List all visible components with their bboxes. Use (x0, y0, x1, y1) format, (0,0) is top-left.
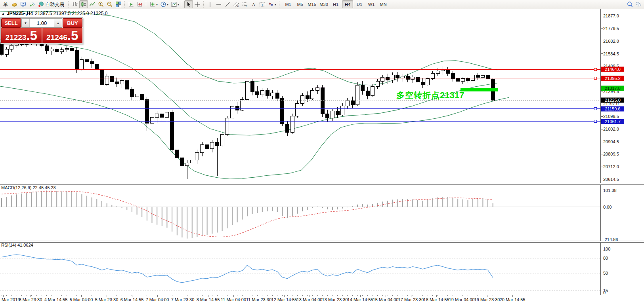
candle (361, 85, 364, 91)
candle (70, 48, 74, 50)
candle (371, 87, 375, 96)
buy-button[interactable]: BUY (63, 18, 82, 28)
periods-button[interactable]: ▾ (159, 0, 170, 8)
sell-button[interactable]: SELL (1, 18, 21, 28)
chat-button[interactable] (634, 0, 643, 8)
volume-up-button[interactable]: ▲ (54, 19, 62, 27)
toolbar-separator (124, 1, 125, 8)
trendline-button[interactable] (223, 0, 232, 8)
timeframe-m1-button[interactable]: M1 (283, 0, 294, 8)
candle (210, 142, 214, 148)
horizontal-level-lines[interactable] (0, 68, 600, 123)
auto-trading-button[interactable]: 自动交易 (36, 0, 67, 8)
annotation-value: 21317 (440, 90, 464, 100)
timeframe-m15-button[interactable]: M15 (306, 0, 317, 8)
candle (65, 48, 69, 49)
search-button[interactable] (625, 0, 634, 8)
buy-price[interactable]: 21246 .5 (42, 28, 83, 43)
candle (216, 142, 219, 146)
zoom-in-button[interactable] (97, 0, 105, 8)
candle (160, 114, 164, 117)
collapse-panel-icon[interactable]: ▲ (2, 12, 5, 15)
crosshair-button[interactable] (193, 0, 202, 8)
timeframe-w1-button[interactable]: W1 (366, 0, 377, 8)
signals-button[interactable] (27, 0, 36, 8)
turning-point-annotation[interactable]: 多空转折点21317 (396, 90, 464, 101)
arrows-button[interactable]: ▾ (267, 0, 277, 8)
candle (286, 124, 289, 132)
vertical-line-icon (207, 1, 213, 8)
candle (476, 75, 480, 78)
candle (120, 81, 124, 84)
equidistant-channel-button[interactable]: E (232, 0, 241, 8)
auto-trading-icon (38, 1, 44, 8)
toolbar-separator (146, 1, 147, 8)
annotation-text: 多空转折点 (396, 91, 440, 100)
text-button[interactable]: A (249, 0, 258, 8)
pane-separator-macd[interactable] (0, 183, 644, 185)
chart-canvas[interactable] (0, 0, 644, 304)
timeframe-h1-button[interactable]: H1 (330, 0, 341, 8)
timeframe-m5-button[interactable]: M5 (294, 0, 306, 8)
tile-windows-button[interactable] (114, 0, 123, 8)
candle (235, 106, 239, 110)
bar-chart-button[interactable] (71, 0, 79, 8)
auto-scroll-button[interactable] (127, 0, 136, 8)
candle (431, 74, 434, 79)
line-chart-icon (89, 1, 96, 8)
buy-price-fraction: .5 (67, 29, 78, 42)
candle (461, 79, 464, 82)
candle (150, 118, 154, 123)
text-label-button[interactable]: T (258, 0, 267, 8)
candle (366, 91, 369, 95)
candle (256, 92, 259, 95)
trend-highlight (461, 88, 498, 91)
timeframe-group: M1M5M15M30H1H4D1W1MN (282, 0, 389, 8)
candle (426, 79, 430, 85)
candlestick-chart-button[interactable] (79, 0, 88, 8)
timeframe-mn-button[interactable]: MN (378, 0, 389, 8)
volume-value[interactable]: 1.00 (30, 19, 54, 27)
candle (80, 59, 84, 69)
sell-price[interactable]: 21223 .5 (1, 28, 42, 43)
timeframe-m30-button[interactable]: M30 (318, 0, 329, 8)
main-toolbar: 单 自动交易 ▾ ▾ ▾ E F A T ▾ M1M5M15M30H1H4D1W… (0, 0, 644, 9)
candle (5, 49, 8, 54)
templates-button[interactable]: ▾ (170, 0, 180, 8)
chart-shift-button[interactable] (136, 0, 144, 8)
timeframe-d1-button[interactable]: D1 (354, 0, 365, 8)
candle (346, 101, 349, 106)
chart-title-bar: ▲ JPN225-,H4 21387.5 21397.5 21225.0 212… (2, 11, 107, 16)
candle (60, 49, 63, 51)
candle (456, 79, 460, 82)
chevron-down-icon: ▾ (275, 3, 276, 6)
indicators-button[interactable]: ▾ (148, 0, 159, 8)
candle (175, 150, 179, 158)
horizontal-line-button[interactable] (214, 0, 223, 8)
zoom-out-button[interactable] (105, 0, 114, 8)
cursor-button[interactable] (184, 0, 193, 8)
bar-chart-icon (72, 1, 78, 8)
accounts-button[interactable] (19, 0, 27, 8)
macd-indicator-label: MACD(12,26,9) 22.45 45.28 (1, 185, 56, 190)
pane-separator-rsi[interactable] (0, 241, 644, 243)
deposit-button[interactable] (10, 0, 19, 8)
svg-text:T: T (262, 3, 264, 7)
new-order-button[interactable]: 单 (1, 0, 10, 8)
candle (290, 116, 294, 132)
auto-scroll-icon (128, 1, 134, 8)
line-chart-button[interactable] (88, 0, 97, 8)
volume-down-button[interactable]: ▼ (22, 19, 30, 27)
chat-icon (635, 1, 642, 8)
timeframe-h4-button[interactable]: H4 (342, 0, 353, 8)
fibonacci-button[interactable]: F (241, 0, 249, 8)
candle (85, 59, 89, 61)
candle (436, 71, 440, 74)
vertical-line-button[interactable] (206, 0, 214, 8)
price-axis-frame (601, 9, 603, 295)
rsi-line (2, 255, 493, 283)
candle (301, 95, 304, 103)
auto-trading-label: 自动交易 (44, 1, 65, 8)
candle (311, 90, 314, 99)
candle (105, 76, 109, 85)
